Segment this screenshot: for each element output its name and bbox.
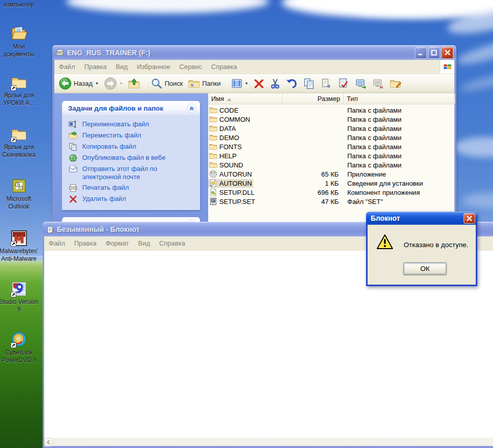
- file-row-selected[interactable]: AUTORUN 1 КБСведения для установки: [208, 179, 454, 188]
- toolbar-separator: [226, 77, 226, 91]
- folders-label: Папки: [202, 80, 221, 87]
- forward-button[interactable]: ▼: [102, 75, 125, 92]
- task-publish-file[interactable]: Опубликовать файл в вебе: [69, 154, 196, 162]
- folder-icon: [209, 115, 217, 123]
- folder-icon: [209, 143, 217, 151]
- file-row[interactable]: SETUP.DLL 696 КБКомпонент приложения: [208, 188, 454, 197]
- properties-button[interactable]: [335, 75, 352, 92]
- map-drive-button[interactable]: [352, 75, 370, 92]
- cloud: [454, 137, 493, 157]
- views-dropdown-icon[interactable]: ▼: [245, 81, 248, 86]
- dialog-titlebar[interactable]: Блокнот: [366, 212, 477, 225]
- menu-format[interactable]: Формат: [101, 239, 134, 247]
- rename-icon: [69, 120, 78, 129]
- back-icon: [59, 77, 72, 90]
- desktop-icon-powerdvd[interactable]: CyberLink PowerDVD 8: [0, 331, 39, 364]
- copy-file-icon: [69, 143, 78, 151]
- column-header-type[interactable]: Тип: [344, 93, 454, 104]
- cut-icon: [270, 78, 281, 89]
- close-button[interactable]: [441, 47, 453, 59]
- forward-dropdown-icon[interactable]: ▼: [119, 81, 123, 86]
- task-rename-file[interactable]: Переименовать файл: [69, 120, 196, 129]
- disconnect-drive-icon: [372, 78, 384, 90]
- folder-options-button[interactable]: [387, 75, 404, 92]
- desktop-icon-uroki[interactable]: Ярлык для УРОКИ А...: [0, 74, 39, 107]
- file-row[interactable]: COMMON Папка с файлами: [208, 115, 454, 124]
- file-row[interactable]: AUTORUN 65 КБПриложение: [208, 169, 454, 179]
- move-button[interactable]: [318, 75, 335, 92]
- undo-icon: [286, 78, 298, 90]
- menu-favorites[interactable]: Избранное: [132, 63, 175, 71]
- sort-asc-icon: [227, 95, 232, 102]
- maximize-button[interactable]: [428, 47, 440, 59]
- menu-help[interactable]: Справка: [155, 239, 190, 247]
- menu-file[interactable]: Файл: [44, 239, 70, 247]
- explorer-titlebar[interactable]: ENG_RUS_TRAINER (F:): [52, 45, 456, 60]
- task-label: Печатать файл: [82, 184, 129, 192]
- file-row[interactable]: SETUP.SET 47 КБФайл "SET": [208, 197, 454, 206]
- back-button[interactable]: Назад ▼: [56, 75, 102, 92]
- column-header-name[interactable]: Имя: [208, 93, 283, 104]
- disconnect-drive-button[interactable]: [370, 75, 387, 92]
- undo-button[interactable]: [283, 75, 301, 92]
- menu-file[interactable]: Файл: [54, 63, 80, 71]
- menu-view[interactable]: Вид: [111, 63, 133, 71]
- explorer-menubar: Файл Правка Вид Избранное Сервис Справка: [54, 60, 454, 74]
- publish-web-icon: [69, 154, 78, 162]
- minimize-button[interactable]: [415, 47, 427, 59]
- task-print-file[interactable]: Печатать файл: [69, 184, 196, 192]
- menu-edit[interactable]: Правка: [70, 239, 101, 247]
- dialog-close-button[interactable]: [464, 213, 475, 224]
- menu-edit[interactable]: Правка: [80, 63, 111, 71]
- views-button[interactable]: ▼: [229, 75, 251, 92]
- desktop-icon-label: CyberLink PowerDVD 8: [0, 349, 39, 364]
- desktop-icon-label: Studio Version 9: [0, 298, 41, 314]
- scrollbar-track[interactable]: [53, 438, 493, 446]
- scroll-left-button[interactable]: [44, 438, 53, 446]
- file-row[interactable]: CODE Папка с файлами: [208, 106, 454, 115]
- menu-view[interactable]: Вид: [134, 239, 155, 247]
- back-dropdown-icon[interactable]: ▼: [95, 81, 98, 86]
- search-button[interactable]: Поиск: [148, 75, 185, 92]
- cut-button[interactable]: [267, 75, 283, 92]
- desktop-icon-label: Мои документы: [0, 43, 39, 58]
- file-row[interactable]: HELP Папка с файлами: [208, 151, 454, 160]
- column-header-size[interactable]: Размер: [283, 93, 344, 104]
- print-icon: [69, 184, 78, 192]
- windows-logo-icon: [440, 60, 454, 74]
- copy-button[interactable]: [301, 75, 318, 92]
- task-delete-file[interactable]: Удалить файл: [69, 195, 196, 203]
- task-label: Копировать файл: [82, 143, 136, 151]
- file-row[interactable]: FONTS Папка с файлами: [208, 142, 454, 151]
- views-icon: [232, 78, 242, 89]
- desktop-icon-studio9[interactable]: Studio Version 9: [0, 281, 41, 314]
- task-email-file[interactable]: Отправить этот файл по электронной почте: [69, 165, 196, 181]
- check-doc-icon: [338, 78, 350, 90]
- task-label: Опубликовать файл в вебе: [82, 154, 166, 162]
- up-button[interactable]: [125, 75, 143, 92]
- ok-button[interactable]: ОК: [403, 262, 447, 275]
- file-row[interactable]: SOUND Папка с файлами: [208, 160, 454, 169]
- set-file-icon: [209, 197, 217, 205]
- desktop-icon-my-documents[interactable]: Мои документы: [0, 25, 39, 58]
- folders-button[interactable]: Папки: [185, 75, 223, 92]
- notepad-hscrollbar[interactable]: [44, 437, 493, 446]
- collapse-chevron-button[interactable]: [187, 104, 196, 113]
- task-copy-file[interactable]: Копировать файл: [69, 143, 196, 151]
- desktop-icon-label: Malwarebytes' Anti-Malware: [0, 248, 41, 263]
- file-row[interactable]: DEMO Папка с файлами: [208, 133, 454, 142]
- setup-information-icon: [209, 179, 217, 187]
- up-icon: [128, 78, 140, 90]
- cloud: [455, 35, 493, 68]
- delete-button[interactable]: [251, 75, 267, 92]
- menu-help[interactable]: Справка: [207, 63, 242, 71]
- desktop-icon-malwarebytes[interactable]: Malwarebytes' Anti-Malware: [0, 230, 41, 263]
- shortcut-arrow-icon: [11, 292, 16, 297]
- file-row[interactable]: DATA Папка с файлами: [208, 124, 454, 133]
- desktop-icon-outlook[interactable]: Microsoft Outlook: [0, 178, 39, 211]
- desktop-icon-computer[interactable]: компьютер: [0, 0, 39, 9]
- desktop-icon-skachivalka[interactable]: Ярлык для Скачивалка: [0, 126, 39, 159]
- task-move-file[interactable]: Переместить файл: [69, 131, 196, 140]
- menu-tools[interactable]: Сервис: [175, 63, 207, 71]
- folder-shortcut-icon: [11, 74, 27, 91]
